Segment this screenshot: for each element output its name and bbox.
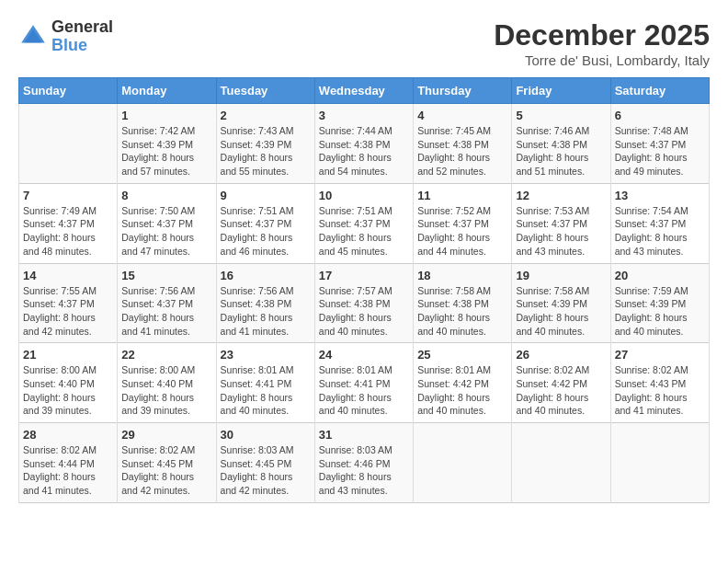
cell-sun-info: Sunrise: 7:51 AMSunset: 4:37 PMDaylight:… bbox=[221, 204, 311, 259]
day-number: 29 bbox=[121, 428, 211, 442]
calendar-week-row: 28Sunrise: 8:02 AMSunset: 4:44 PMDayligh… bbox=[19, 423, 710, 503]
cell-sun-info: Sunrise: 7:53 AMSunset: 4:37 PMDaylight:… bbox=[516, 204, 606, 259]
day-number: 31 bbox=[319, 428, 409, 442]
day-number: 22 bbox=[121, 348, 211, 362]
cell-sun-info: Sunrise: 8:02 AMSunset: 4:42 PMDaylight:… bbox=[516, 363, 606, 418]
cell-sun-info: Sunrise: 7:51 AMSunset: 4:37 PMDaylight:… bbox=[319, 204, 409, 259]
cell-sun-info: Sunrise: 7:55 AMSunset: 4:37 PMDaylight:… bbox=[23, 284, 113, 339]
header-friday: Friday bbox=[512, 78, 610, 104]
calendar-cell bbox=[19, 104, 118, 184]
day-number: 11 bbox=[417, 189, 507, 202]
day-number: 1 bbox=[121, 109, 211, 122]
day-number: 15 bbox=[121, 269, 211, 282]
day-number: 26 bbox=[516, 348, 606, 362]
calendar-table: SundayMondayTuesdayWednesdayThursdayFrid… bbox=[18, 77, 710, 503]
day-number: 10 bbox=[319, 189, 409, 202]
calendar-cell: 30Sunrise: 8:03 AMSunset: 4:45 PMDayligh… bbox=[216, 423, 314, 503]
day-number: 5 bbox=[516, 109, 606, 122]
cell-sun-info: Sunrise: 7:45 AMSunset: 4:38 PMDaylight:… bbox=[417, 124, 507, 178]
cell-sun-info: Sunrise: 7:56 AMSunset: 4:38 PMDaylight:… bbox=[221, 284, 311, 339]
day-number: 23 bbox=[221, 348, 311, 362]
day-number: 2 bbox=[221, 109, 311, 122]
day-number: 30 bbox=[221, 428, 311, 442]
day-number: 17 bbox=[319, 269, 409, 282]
logo: General Blue bbox=[18, 18, 113, 55]
cell-sun-info: Sunrise: 8:00 AMSunset: 4:40 PMDaylight:… bbox=[23, 363, 113, 418]
calendar-cell: 9Sunrise: 7:51 AMSunset: 4:37 PMDaylight… bbox=[216, 183, 314, 263]
calendar-cell: 8Sunrise: 7:50 AMSunset: 4:37 PMDaylight… bbox=[118, 183, 216, 263]
day-number: 14 bbox=[23, 269, 113, 282]
day-number: 21 bbox=[23, 348, 113, 362]
calendar-cell: 16Sunrise: 7:56 AMSunset: 4:38 PMDayligh… bbox=[216, 263, 314, 343]
cell-sun-info: Sunrise: 7:50 AMSunset: 4:37 PMDaylight:… bbox=[121, 204, 211, 259]
cell-sun-info: Sunrise: 8:02 AMSunset: 4:45 PMDaylight:… bbox=[121, 443, 211, 498]
calendar-cell: 6Sunrise: 7:48 AMSunset: 4:37 PMDaylight… bbox=[610, 104, 709, 184]
title-block: December 2025 Torre de' Busi, Lombardy, … bbox=[494, 18, 710, 68]
location-title: Torre de' Busi, Lombardy, Italy bbox=[494, 52, 710, 68]
calendar-cell: 21Sunrise: 8:00 AMSunset: 4:40 PMDayligh… bbox=[19, 343, 118, 423]
calendar-cell bbox=[512, 423, 610, 503]
calendar-week-row: 1Sunrise: 7:42 AMSunset: 4:39 PMDaylight… bbox=[19, 104, 710, 184]
calendar-cell bbox=[414, 423, 512, 503]
header-tuesday: Tuesday bbox=[216, 78, 314, 104]
calendar-cell: 2Sunrise: 7:43 AMSunset: 4:39 PMDaylight… bbox=[216, 104, 314, 184]
day-number: 25 bbox=[417, 348, 507, 362]
calendar-cell bbox=[610, 423, 709, 503]
day-number: 4 bbox=[417, 109, 507, 122]
calendar-cell: 29Sunrise: 8:02 AMSunset: 4:45 PMDayligh… bbox=[118, 423, 216, 503]
calendar-cell: 10Sunrise: 7:51 AMSunset: 4:37 PMDayligh… bbox=[314, 183, 413, 263]
cell-sun-info: Sunrise: 8:02 AMSunset: 4:43 PMDaylight:… bbox=[615, 363, 705, 418]
day-number: 12 bbox=[516, 189, 606, 202]
cell-sun-info: Sunrise: 7:44 AMSunset: 4:38 PMDaylight:… bbox=[319, 124, 409, 178]
calendar-cell: 3Sunrise: 7:44 AMSunset: 4:38 PMDaylight… bbox=[314, 104, 413, 184]
calendar-cell: 31Sunrise: 8:03 AMSunset: 4:46 PMDayligh… bbox=[314, 423, 413, 503]
header-saturday: Saturday bbox=[610, 78, 709, 104]
cell-sun-info: Sunrise: 7:48 AMSunset: 4:37 PMDaylight:… bbox=[615, 124, 705, 178]
cell-sun-info: Sunrise: 8:01 AMSunset: 4:41 PMDaylight:… bbox=[319, 363, 409, 418]
cell-sun-info: Sunrise: 8:03 AMSunset: 4:46 PMDaylight:… bbox=[319, 443, 409, 498]
logo-general-text: General bbox=[51, 18, 113, 37]
cell-sun-info: Sunrise: 8:02 AMSunset: 4:44 PMDaylight:… bbox=[23, 443, 113, 498]
day-number: 16 bbox=[221, 269, 311, 282]
day-number: 18 bbox=[417, 269, 507, 282]
cell-sun-info: Sunrise: 7:49 AMSunset: 4:37 PMDaylight:… bbox=[23, 204, 113, 259]
calendar-cell: 17Sunrise: 7:57 AMSunset: 4:38 PMDayligh… bbox=[314, 263, 413, 343]
cell-sun-info: Sunrise: 7:57 AMSunset: 4:38 PMDaylight:… bbox=[319, 284, 409, 339]
calendar-cell: 5Sunrise: 7:46 AMSunset: 4:38 PMDaylight… bbox=[512, 104, 610, 184]
day-number: 9 bbox=[221, 189, 311, 202]
calendar-cell: 13Sunrise: 7:54 AMSunset: 4:37 PMDayligh… bbox=[610, 183, 709, 263]
calendar-cell: 19Sunrise: 7:58 AMSunset: 4:39 PMDayligh… bbox=[512, 263, 610, 343]
cell-sun-info: Sunrise: 7:59 AMSunset: 4:39 PMDaylight:… bbox=[615, 284, 705, 339]
day-number: 19 bbox=[516, 269, 606, 282]
calendar-cell: 25Sunrise: 8:01 AMSunset: 4:42 PMDayligh… bbox=[414, 343, 512, 423]
calendar-cell: 15Sunrise: 7:56 AMSunset: 4:37 PMDayligh… bbox=[118, 263, 216, 343]
calendar-cell: 27Sunrise: 8:02 AMSunset: 4:43 PMDayligh… bbox=[610, 343, 709, 423]
calendar-cell: 14Sunrise: 7:55 AMSunset: 4:37 PMDayligh… bbox=[19, 263, 118, 343]
cell-sun-info: Sunrise: 8:00 AMSunset: 4:40 PMDaylight:… bbox=[121, 363, 211, 418]
calendar-cell: 28Sunrise: 8:02 AMSunset: 4:44 PMDayligh… bbox=[19, 423, 118, 503]
header-wednesday: Wednesday bbox=[314, 78, 413, 104]
calendar-cell: 1Sunrise: 7:42 AMSunset: 4:39 PMDaylight… bbox=[118, 104, 216, 184]
header-sunday: Sunday bbox=[19, 78, 118, 104]
calendar-cell: 7Sunrise: 7:49 AMSunset: 4:37 PMDaylight… bbox=[19, 183, 118, 263]
cell-sun-info: Sunrise: 8:01 AMSunset: 4:42 PMDaylight:… bbox=[417, 363, 507, 418]
cell-sun-info: Sunrise: 7:46 AMSunset: 4:38 PMDaylight:… bbox=[516, 124, 606, 178]
calendar-cell: 23Sunrise: 8:01 AMSunset: 4:41 PMDayligh… bbox=[216, 343, 314, 423]
cell-sun-info: Sunrise: 8:03 AMSunset: 4:45 PMDaylight:… bbox=[221, 443, 311, 498]
day-number: 8 bbox=[121, 189, 211, 202]
day-number: 13 bbox=[615, 189, 705, 202]
cell-sun-info: Sunrise: 7:52 AMSunset: 4:37 PMDaylight:… bbox=[417, 204, 507, 259]
cell-sun-info: Sunrise: 7:56 AMSunset: 4:37 PMDaylight:… bbox=[121, 284, 211, 339]
calendar-week-row: 14Sunrise: 7:55 AMSunset: 4:37 PMDayligh… bbox=[19, 263, 710, 343]
header-monday: Monday bbox=[118, 78, 216, 104]
cell-sun-info: Sunrise: 7:58 AMSunset: 4:38 PMDaylight:… bbox=[417, 284, 507, 339]
day-number: 24 bbox=[319, 348, 409, 362]
day-number: 27 bbox=[615, 348, 705, 362]
calendar-cell: 11Sunrise: 7:52 AMSunset: 4:37 PMDayligh… bbox=[414, 183, 512, 263]
cell-sun-info: Sunrise: 8:01 AMSunset: 4:41 PMDaylight:… bbox=[221, 363, 311, 418]
cell-sun-info: Sunrise: 7:43 AMSunset: 4:39 PMDaylight:… bbox=[221, 124, 311, 178]
cell-sun-info: Sunrise: 7:54 AMSunset: 4:37 PMDaylight:… bbox=[615, 204, 705, 259]
calendar-cell: 22Sunrise: 8:00 AMSunset: 4:40 PMDayligh… bbox=[118, 343, 216, 423]
day-number: 3 bbox=[319, 109, 409, 122]
calendar-header-row: SundayMondayTuesdayWednesdayThursdayFrid… bbox=[19, 78, 710, 104]
